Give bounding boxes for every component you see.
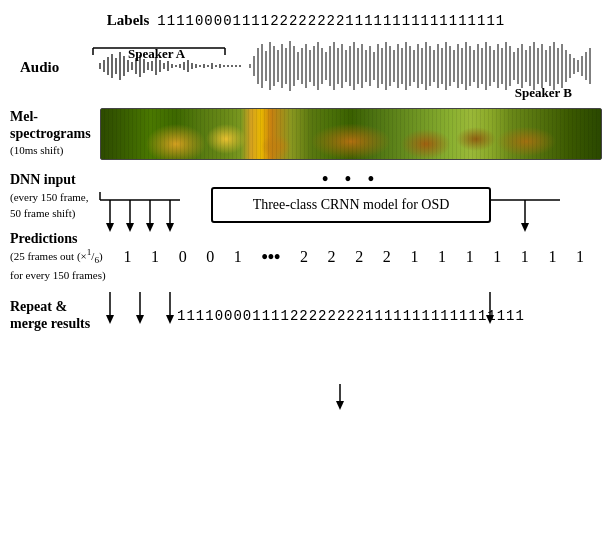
pred-num-1h: 1 [521, 248, 529, 266]
dnn-row: DNN input (every 150 frame, 50 frame shi… [10, 167, 602, 227]
merge-label: Repeat & merge results [10, 299, 100, 333]
dnn-content: • • • Three-class CRNN model for OSD [100, 167, 602, 227]
predictions-label: Predictions (25 frames out (×1/6) for ev… [10, 231, 106, 283]
pred-num-1i: 1 [548, 248, 556, 266]
pred-num-0b: 0 [206, 248, 214, 266]
pred-dots: ••• [261, 247, 280, 268]
mel-spectrogram [100, 108, 602, 160]
pred-num-2a: 2 [300, 248, 308, 266]
pred-num-1f: 1 [466, 248, 474, 266]
labels-label: Labels [107, 12, 150, 29]
crnn-box: Three-class CRNN model for OSD [211, 187, 491, 223]
pred-num-0a: 0 [179, 248, 187, 266]
merge-row: Repeat & merge results 11110000111122222… [10, 299, 602, 333]
merge-sequence: 1111000011112222222211111111111111111 [100, 308, 602, 324]
audio-row: Audio [10, 31, 602, 103]
predictions-row: Predictions (25 frames out (×1/6) for ev… [10, 231, 602, 283]
labels-row: Labels 111100001111222222221111111111111… [10, 12, 602, 29]
pred-num-2d: 2 [383, 248, 391, 266]
pred-num-2b: 2 [328, 248, 336, 266]
dnn-label: DNN input (every 150 frame, 50 frame shi… [10, 172, 100, 222]
pred-num-2c: 2 [355, 248, 363, 266]
pred-num-1c: 1 [234, 248, 242, 266]
pred-num-1b: 1 [151, 248, 159, 266]
pred-num-1a: 1 [123, 248, 131, 266]
pred-num-1j: 1 [576, 248, 584, 266]
mel-label: Mel- spectrograms (10ms shift) [10, 109, 100, 159]
diagram: Labels 111100001111222222221111111111111… [0, 0, 612, 542]
pred-num-1e: 1 [438, 248, 446, 266]
audio-label: Audio [20, 59, 59, 76]
pred-num-1d: 1 [410, 248, 418, 266]
speaker-b-label: Speaker B [515, 85, 572, 101]
predictions-content: 1 1 0 0 1 ••• 2 2 2 2 1 1 1 1 1 1 1 [106, 247, 602, 268]
labels-sequence: 1111000011112222222211111111111111111 [157, 13, 505, 29]
mel-row: Mel- spectrograms (10ms shift) [10, 105, 602, 163]
pred-num-1g: 1 [493, 248, 501, 266]
svg-marker-31 [336, 401, 344, 410]
